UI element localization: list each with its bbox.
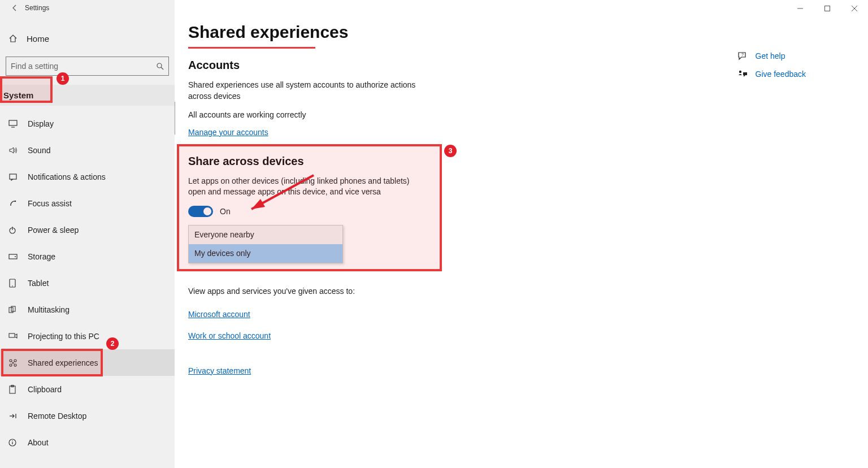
privacy-statement-link[interactable]: Privacy statement [188,366,251,375]
toggle-knob [203,207,211,215]
nav-label: About [28,438,49,447]
remote-desktop-icon [8,412,19,420]
feedback-icon [737,69,748,79]
category-header-system: System [0,85,175,106]
dropdown-option-everyone[interactable]: Everyone nearby [189,226,342,244]
svg-rect-30 [743,72,747,75]
back-button[interactable] [8,1,21,15]
nav-item-multitasking[interactable]: Multitasking [0,296,175,323]
svg-point-0 [157,63,162,68]
share-scope-dropdown[interactable]: Everyone nearby My devices only [188,225,343,263]
nav-label: Power & sleep [28,226,79,235]
svg-line-1 [161,67,163,70]
help-icon: ? [737,51,748,61]
svg-rect-14 [9,333,15,337]
nav-item-sound[interactable]: Sound [0,137,175,163]
section-share-across: Share across devices Let apps on other d… [188,137,868,375]
nav-label: Tablet [28,279,49,288]
nav-label: Clipboard [28,385,62,394]
svg-rect-4 [10,174,16,179]
search-input[interactable] [11,62,156,71]
nav-item-shared-experiences[interactable]: Shared experiences [0,349,175,376]
accounts-status: All accounts are working correctly [188,110,431,121]
sidebar: Settings Home System Display Sound [0,0,175,468]
share-description: Let apps on other devices (including lin… [188,176,426,198]
app-root: Settings Home System Display Sound [0,0,868,468]
sidebar-header: Settings [0,0,175,16]
home-label: Home [27,34,49,44]
work-school-account-link[interactable]: Work or school account [188,331,271,340]
manage-accounts-link[interactable]: Manage your accounts [188,128,268,137]
minimize-button[interactable] [787,0,814,17]
svg-rect-2 [9,120,17,125]
nav-label: Projecting to this PC [28,332,99,341]
dropdown-option-my-devices[interactable]: My devices only [189,244,342,263]
nav-label: Shared experiences [28,358,98,367]
microsoft-account-link[interactable]: Microsoft account [188,310,250,319]
svg-point-29 [739,71,741,73]
share-toggle[interactable] [188,206,213,217]
about-icon [8,439,19,447]
nav-item-about[interactable]: About [0,429,175,456]
window-title: Settings [25,4,49,12]
search-box[interactable] [6,57,169,76]
multitasking-icon [8,306,19,314]
nav-label: Multitasking [28,305,70,314]
share-toggle-row: On [188,206,868,217]
nav-item-focus-assist[interactable]: Focus assist [0,190,175,216]
sidebar-nav: Display Sound Notifications & actions Fo… [0,110,175,456]
nav-label: Display [28,119,54,128]
svg-point-27 [12,440,13,441]
focus-icon [8,199,19,208]
sound-icon [8,146,19,154]
annotation-title-underline [188,47,315,49]
give-feedback-link[interactable]: Give feedback [737,69,806,79]
nav-item-projecting[interactable]: Projecting to this PC [0,323,175,349]
svg-point-5 [15,200,16,202]
svg-point-11 [12,285,13,287]
tablet-icon [8,279,19,288]
nav-item-remote-desktop[interactable]: Remote Desktop [0,402,175,429]
clipboard-icon [8,385,19,394]
svg-text:?: ? [741,53,744,57]
get-help-label: Get help [756,51,785,60]
home-icon [8,34,19,43]
display-icon [8,120,19,128]
svg-rect-32 [825,6,830,11]
nav-item-clipboard[interactable]: Clipboard [0,376,175,402]
nav-item-power[interactable]: Power & sleep [0,216,175,243]
nav-label: Notifications & actions [28,172,106,181]
notifications-icon [8,173,19,181]
nav-item-storage[interactable]: Storage [0,243,175,270]
svg-point-9 [15,256,16,257]
home-link[interactable]: Home [0,25,175,52]
maximize-button[interactable] [814,0,841,17]
search-icon [156,62,164,70]
main-content: Shared experiences Accounts Shared exper… [175,0,868,468]
power-icon [8,226,19,234]
share-toggle-state: On [220,207,231,216]
nav-item-display[interactable]: Display [0,110,175,137]
nav-item-notifications[interactable]: Notifications & actions [0,163,175,190]
give-feedback-label: Give feedback [756,70,806,79]
aside-links: ? Get help Give feedback [737,51,806,79]
nav-label: Sound [28,146,50,155]
storage-icon [8,253,19,260]
shared-experiences-icon [8,358,19,367]
nav-label: Storage [28,252,55,261]
page-title: Shared experiences [188,23,868,42]
view-access-text: View apps and services you've given acce… [188,286,431,297]
accounts-description: Shared experiences use all system accoun… [188,80,431,102]
projecting-icon [8,332,19,340]
nav-label: Remote Desktop [28,411,86,421]
content-divider [175,102,175,135]
nav-label: Focus assist [28,199,72,208]
close-button[interactable] [841,0,868,17]
get-help-link[interactable]: ? Get help [737,51,806,61]
nav-item-tablet[interactable]: Tablet [0,270,175,296]
window-controls [787,0,868,17]
section-heading-share: Share across devices [188,155,868,168]
